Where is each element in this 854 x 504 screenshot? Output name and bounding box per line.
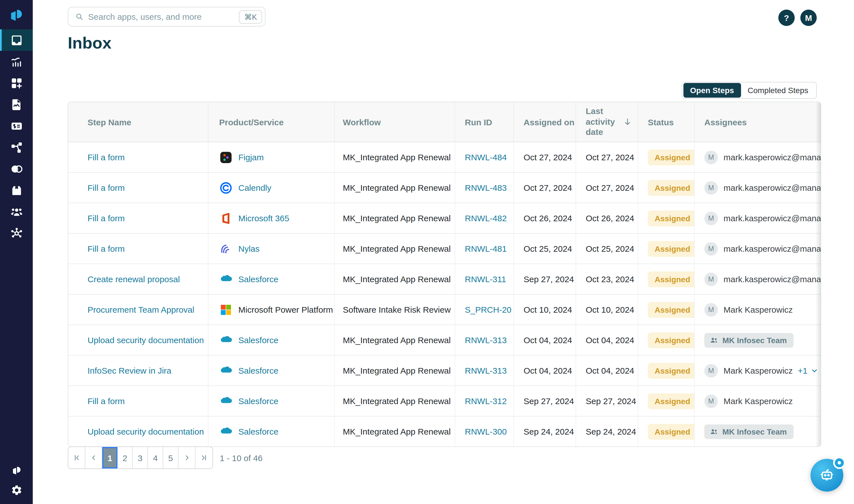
status-badge: Assigned xyxy=(648,271,695,287)
column-header-workflow[interactable]: Workflow xyxy=(335,102,455,142)
product-link[interactable]: Salesforce xyxy=(238,396,278,406)
sidebar-item-benchmarks[interactable] xyxy=(0,158,33,179)
step-name-link[interactable]: Fill a form xyxy=(88,152,125,162)
workflow-name: MK_Integrated App Renewal xyxy=(343,366,451,375)
product-link[interactable]: Salesforce xyxy=(238,274,278,284)
product-link[interactable]: Salesforce xyxy=(238,335,278,345)
pagination-page-2[interactable]: 2 xyxy=(118,447,133,468)
pagination-next-button[interactable] xyxy=(178,447,195,468)
workflows-icon xyxy=(10,141,23,154)
column-header-last-activity-date[interactable]: Last activity date xyxy=(576,102,638,142)
sidebar-item-procurement[interactable] xyxy=(0,179,33,201)
team-people-icon xyxy=(710,336,722,345)
product-link[interactable]: Microsoft 365 xyxy=(238,213,289,223)
sidebar-item-apps[interactable] xyxy=(0,72,33,94)
help-button[interactable]: ? xyxy=(778,10,795,26)
tab-completed-steps[interactable]: Completed Steps xyxy=(741,83,815,97)
assignees-cell: Mmark.kasperowicz@manag xyxy=(695,234,821,264)
run-id-link[interactable]: RNWL-483 xyxy=(465,183,507,193)
column-header-product-service[interactable]: Product/Service xyxy=(208,102,335,142)
column-header-assigned-on[interactable]: Assigned on xyxy=(514,102,576,142)
step-name-link[interactable]: Fill a form xyxy=(88,244,125,253)
assigned-on-date: Oct 27, 2024 xyxy=(524,152,572,162)
assignee-avatar: M xyxy=(704,150,718,164)
product-link[interactable]: Salesforce xyxy=(238,427,278,436)
run-id-link[interactable]: S_PRCH-20 xyxy=(465,305,511,314)
sidebar-item-workflows[interactable] xyxy=(0,137,33,158)
pagination-page-4[interactable]: 4 xyxy=(148,447,163,468)
status-badge: Assigned xyxy=(648,210,695,226)
step-name-link[interactable]: InfoSec Review in Jira xyxy=(88,366,171,375)
run-id-link[interactable]: RNWL-311 xyxy=(465,274,506,284)
column-header-assignees[interactable]: Assignees xyxy=(695,102,821,142)
step-name-link[interactable]: Procurement Team Approval xyxy=(88,305,194,314)
product-name: Microsoft Power Platform xyxy=(238,305,333,314)
run-id-link[interactable]: RNWL-300 xyxy=(465,427,507,436)
workflow-name: Software Intake Risk Review xyxy=(343,305,451,314)
chatbot-button[interactable] xyxy=(811,459,843,491)
sidebar-item-integrations[interactable] xyxy=(0,222,33,244)
productiv-logo-icon xyxy=(8,7,25,24)
pagination-first-button[interactable] xyxy=(68,447,85,468)
product-link[interactable]: Nylas xyxy=(238,244,260,253)
column-header-status[interactable]: Status xyxy=(638,102,695,142)
run-id-link[interactable]: RNWL-481 xyxy=(465,244,507,253)
sidebar-item-spend[interactable] xyxy=(0,115,33,137)
step-name-link[interactable]: Upload security documentation xyxy=(88,427,204,436)
team-people-icon xyxy=(710,427,722,436)
assigned-on-date: Sep 27, 2024 xyxy=(524,274,574,284)
last-activity-date: Oct 26, 2024 xyxy=(586,213,634,223)
pagination-last-button[interactable] xyxy=(195,447,212,468)
integrations-icon xyxy=(10,227,23,239)
product-link[interactable]: Salesforce xyxy=(238,366,278,375)
sidebar-footer-settings-gear[interactable] xyxy=(0,480,33,500)
sidebar-item-analytics[interactable] xyxy=(0,51,33,72)
product-link[interactable]: Figjam xyxy=(238,152,264,162)
salesforce-icon xyxy=(219,394,233,408)
sidebar-footer-productiv-mark[interactable] xyxy=(0,461,33,480)
sidebar-item-teams[interactable] xyxy=(0,201,33,222)
status-badge: Assigned xyxy=(648,302,695,318)
run-id-link[interactable]: RNWL-313 xyxy=(465,366,507,375)
run-id-link[interactable]: RNWL-484 xyxy=(465,152,507,162)
step-name-link[interactable]: Upload security documentation xyxy=(88,335,204,345)
tab-open-steps[interactable]: Open Steps xyxy=(683,83,741,97)
sidebar-item-inbox[interactable] xyxy=(0,29,33,51)
assignee-name: mark.kasperowicz@manag xyxy=(724,244,821,253)
run-id-link[interactable]: RNWL-482 xyxy=(465,213,507,223)
last-activity-date: Oct 27, 2024 xyxy=(586,152,634,162)
search-icon xyxy=(75,13,84,21)
table-body: Fill a form Figjam MK_Integrated App Ren… xyxy=(68,142,821,446)
nylas-icon xyxy=(219,242,233,255)
pagination-page-3[interactable]: 3 xyxy=(133,447,148,468)
search-input[interactable] xyxy=(84,12,239,21)
pagination-page-5[interactable]: 5 xyxy=(163,447,178,468)
workflow-name: MK_Integrated App Renewal xyxy=(343,335,451,345)
assignee-more-toggle[interactable]: +1 xyxy=(798,366,807,375)
chevron-down-icon[interactable] xyxy=(810,366,818,375)
calendly-icon xyxy=(219,181,233,194)
column-header-step-name[interactable]: Step Name xyxy=(68,102,208,142)
pagination-prev-button[interactable] xyxy=(85,447,102,468)
step-name-link[interactable]: Fill a form xyxy=(88,183,125,193)
step-name-link[interactable]: Fill a form xyxy=(88,213,125,223)
assignee-avatar: M xyxy=(704,181,718,194)
last-activity-date: Oct 25, 2024 xyxy=(586,244,634,253)
assignee-name: mark.kasperowicz@manag xyxy=(724,274,821,284)
table-row: Procurement Team Approval Microsoft Powe… xyxy=(68,294,821,325)
run-id-link[interactable]: RNWL-313 xyxy=(465,335,507,345)
pagination-page-1[interactable]: 1 xyxy=(102,447,118,468)
user-avatar[interactable]: M xyxy=(800,10,817,26)
sidebar-item-contracts[interactable] xyxy=(0,94,33,115)
run-id-link[interactable]: RNWL-312 xyxy=(465,396,507,406)
step-name-link[interactable]: Fill a form xyxy=(88,396,125,406)
step-name-link[interactable]: Create renewal proposal xyxy=(88,274,180,284)
product-link[interactable]: Calendly xyxy=(238,183,272,193)
table-row: Fill a form Calendly MK_Integrated App R… xyxy=(68,173,821,203)
app-window: ⌘K ? M Inbox Open Steps Completed Steps … xyxy=(0,0,854,504)
assignee-avatar: M xyxy=(704,364,718,377)
table-row: Upload security documentation Salesforce… xyxy=(68,325,821,356)
assigned-on-date: Sep 24, 2024 xyxy=(524,427,574,436)
column-header-run-id[interactable]: Run ID xyxy=(455,102,514,142)
global-search[interactable]: ⌘K xyxy=(68,7,265,26)
